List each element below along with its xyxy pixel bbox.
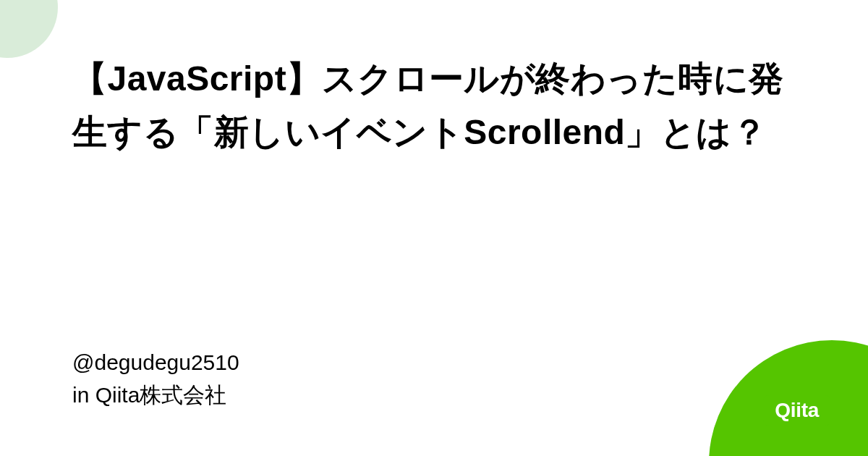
author-meta: @degudegu2510 in Qiita株式会社 bbox=[72, 346, 239, 411]
decoration-circle-light bbox=[0, 0, 58, 58]
author-organization: in Qiita株式会社 bbox=[72, 379, 239, 411]
qiita-logo: Qiita bbox=[763, 395, 830, 426]
author-handle: @degudegu2510 bbox=[72, 346, 239, 379]
article-content: 【JavaScript】スクロールが終わった時に発生する「新しいイベントScro… bbox=[72, 52, 796, 160]
article-title: 【JavaScript】スクロールが終わった時に発生する「新しいイベントScro… bbox=[72, 52, 796, 160]
